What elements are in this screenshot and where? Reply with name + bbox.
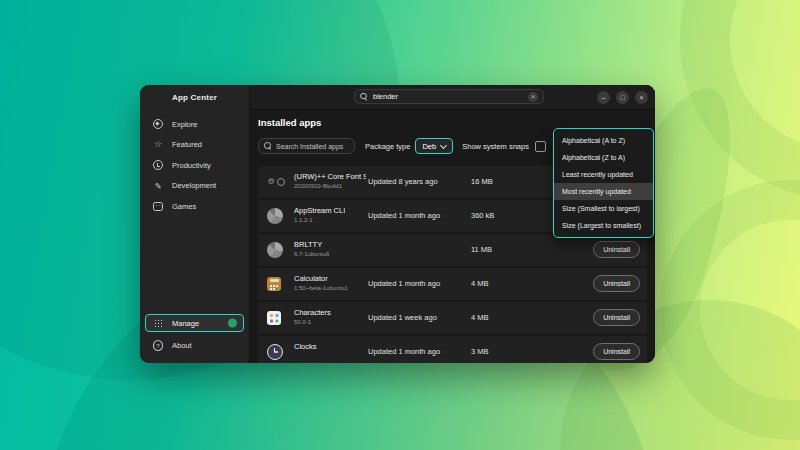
gamepad-icon — [153, 201, 163, 211]
app-name-column: AppStream CLI 1.1.2-1 — [294, 206, 345, 223]
package-type-select[interactable]: Deb — [415, 138, 453, 154]
search-icon — [360, 93, 368, 101]
app-size: 11 MB — [471, 245, 492, 254]
minimize-button[interactable]: – — [597, 91, 610, 104]
pencil-icon — [153, 181, 163, 191]
app-size: 360 kB — [471, 211, 494, 220]
uninstall-button[interactable]: Uninstall — [593, 309, 640, 326]
app-name: AppStream CLI — [294, 206, 345, 215]
sort-option[interactable]: Size (Smallest to largest) — [554, 200, 653, 217]
uninstall-button[interactable]: Uninstall — [593, 241, 640, 258]
app-version: 50.0-1 — [294, 319, 331, 325]
sidebar: App Center Explore Featured Productivity… — [140, 85, 250, 363]
chevron-down-icon — [440, 141, 447, 148]
sort-option[interactable]: Alphabetical (A to Z) — [554, 132, 653, 149]
app-name-column: (URW)++ Core Font Set [… 20200910-8build… — [294, 172, 366, 189]
app-name-column: BRLTTY 6.7-1ubuntu6 — [294, 240, 329, 257]
sidebar-item-label: Manage — [172, 319, 199, 328]
sidebar-item-games[interactable]: Games — [140, 196, 249, 217]
uninstall-button[interactable]: Uninstall — [593, 275, 640, 292]
app-name: Characters — [294, 308, 331, 317]
sidebar-nav: Explore Featured Productivity Developmen… — [140, 114, 249, 217]
app-name: Clocks — [294, 342, 317, 351]
update-badge — [228, 319, 237, 328]
app-row[interactable]: Calculator 1:50~beta-1ubuntu1 Updated 1 … — [258, 268, 647, 300]
app-size: 16 MB — [471, 177, 493, 186]
maximize-button[interactable]: □ — [616, 91, 629, 104]
pie-icon — [267, 242, 283, 258]
sidebar-item-label: Explore — [172, 120, 197, 129]
app-name: (URW)++ Core Font Set [… — [294, 172, 366, 181]
sort-dropdown: Alphabetical (A to Z)Alphabetical (Z to … — [553, 128, 654, 238]
app-name: Calculator — [294, 274, 348, 283]
sidebar-item-about[interactable]: About — [140, 336, 249, 355]
app-updated: Updated 8 years ago — [368, 177, 438, 186]
app-title: App Center — [172, 93, 217, 102]
sidebar-item-label: About — [172, 341, 192, 350]
pie-icon — [267, 208, 283, 224]
global-search-input[interactable]: blender — [354, 89, 544, 104]
app-name: BRLTTY — [294, 240, 329, 249]
sort-option[interactable]: Size (Largest to smallest) — [554, 217, 653, 234]
titlebar: blender – □ × — [250, 85, 655, 110]
sidebar-item-label: Featured — [172, 140, 202, 149]
app-updated: Updated 1 month ago — [368, 211, 440, 220]
sidebar-item-label: Games — [172, 202, 196, 211]
content-area: blender – □ × Alphabetical (A to Z)Alpha… — [250, 85, 655, 363]
sidebar-item-productivity[interactable]: Productivity — [140, 155, 249, 176]
app-size: 4 MB — [471, 313, 489, 322]
sidebar-item-development[interactable]: Development — [140, 176, 249, 197]
app-updated: Updated 1 month ago — [368, 279, 440, 288]
search-icon — [264, 142, 272, 150]
show-system-snaps-checkbox[interactable] — [535, 141, 546, 152]
close-button[interactable]: × — [635, 91, 648, 104]
uninstall-button[interactable]: Uninstall — [593, 343, 640, 360]
sidebar-item-manage[interactable]: Manage — [145, 314, 244, 332]
characters-icon — [267, 311, 281, 325]
app-row[interactable]: BRLTTY 6.7-1ubuntu6 11 MB Uninstall — [258, 234, 647, 266]
app-version: 6.7-1ubuntu6 — [294, 251, 329, 257]
page-title: Installed apps — [258, 117, 647, 128]
compass-icon — [153, 119, 163, 129]
app-name-column: Calculator 1:50~beta-1ubuntu1 — [294, 274, 348, 291]
installed-search-input[interactable]: Search Installed apps — [258, 138, 355, 154]
window-controls: – □ × — [597, 91, 648, 104]
app-name-column: Clocks — [294, 342, 317, 353]
question-icon — [153, 341, 163, 351]
grid-icon — [153, 318, 163, 328]
app-size: 3 MB — [471, 347, 489, 356]
gear-icon — [267, 173, 285, 191]
sidebar-item-featured[interactable]: Featured — [140, 135, 249, 156]
sort-option[interactable]: Most recently updated — [554, 183, 653, 200]
app-row[interactable]: Clocks Updated 1 month ago 3 MB Uninstal… — [258, 336, 647, 363]
app-version: 1.1.2-1 — [294, 217, 345, 223]
desktop: App Center Explore Featured Productivity… — [0, 0, 800, 450]
package-type-value: Deb — [422, 142, 436, 151]
app-name-column: Characters 50.0-1 — [294, 308, 331, 325]
sort-option[interactable]: Least recently updated — [554, 166, 653, 183]
app-version: 20200910-8build1 — [294, 183, 366, 189]
clock-icon — [153, 160, 163, 170]
star-icon — [153, 140, 163, 150]
package-type-label: Package type — [365, 142, 410, 151]
app-row[interactable]: Characters 50.0-1 Updated 1 week ago 4 M… — [258, 302, 647, 334]
app-version: 1:50~beta-1ubuntu1 — [294, 285, 348, 291]
calc-icon — [267, 277, 281, 291]
sidebar-item-label: Productivity — [172, 161, 211, 170]
clear-search-icon[interactable] — [528, 92, 538, 102]
sort-option[interactable]: Alphabetical (Z to A) — [554, 149, 653, 166]
app-size: 4 MB — [471, 279, 489, 288]
app-updated: Updated 1 week ago — [368, 313, 437, 322]
sidebar-item-explore[interactable]: Explore — [140, 114, 249, 135]
search-placeholder: Search Installed apps — [276, 143, 343, 150]
show-system-snaps-label: Show system snaps — [462, 142, 529, 151]
app-center-window: App Center Explore Featured Productivity… — [140, 85, 655, 363]
search-value: blender — [373, 92, 523, 101]
sidebar-bottom: Manage About — [140, 314, 249, 355]
app-updated: Updated 1 month ago — [368, 347, 440, 356]
sidebar-item-label: Development — [172, 181, 216, 190]
clockface-icon — [267, 344, 283, 360]
